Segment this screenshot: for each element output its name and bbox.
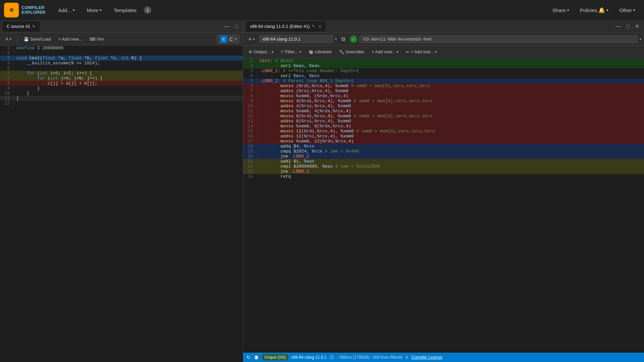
- compiler-dropdown-arrow[interactable]: ▾: [335, 37, 337, 41]
- overrides-button[interactable]: 🔧 Overrides: [336, 48, 367, 56]
- asm-line-9: 9 movss 4(%rdi,%rcx,4), %xmm0 # xmm0 = m…: [243, 99, 644, 104]
- asm-line-8: 8 movss %xmm0, (%rdx,%rcx,4): [243, 94, 644, 99]
- asm-add-arrow: ▾: [397, 50, 398, 54]
- tool-arrow-icon: ▾: [435, 50, 437, 54]
- vim-button[interactable]: ⌨ Vim: [87, 35, 107, 43]
- more-button[interactable]: More ▾: [82, 5, 106, 15]
- source-line-11: 11 }: [0, 96, 243, 101]
- svg-text:⚙: ⚙: [9, 7, 14, 13]
- policies-arrow-icon: ▾: [606, 8, 608, 12]
- source-code-area[interactable]: 1 #define I 20000000 2 3 void test(float…: [0, 46, 243, 362]
- refresh-icon: ↻: [247, 355, 251, 360]
- asm-tab-title: x86-64 clang 11.0.1 (Editor #1): [250, 24, 310, 29]
- tab-edit-icon[interactable]: ✎: [312, 24, 315, 28]
- output-label[interactable]: Output (0/0): [262, 354, 288, 360]
- source-line-4: 4 __builtin_assume(N == 1024);: [0, 61, 243, 66]
- compiler-license-link[interactable]: Compiler License: [411, 355, 442, 360]
- asm-line-17: 17 movss %xmm0, 12(%rdx,%rcx,4): [243, 139, 644, 144]
- filter-button[interactable]: ▽ Filter... ▾: [278, 48, 304, 56]
- asm-line-14: 14 movss %xmm0, 8(%rdx,%rcx,4): [243, 124, 644, 129]
- asm-line-19: 19 cmpq $1024, %rcx # imm = 0x400: [243, 149, 644, 154]
- asm-line-11: 11 movss %xmm0, 4(%rdx,%rcx,4): [243, 109, 644, 114]
- minimize-button[interactable]: —: [222, 23, 231, 30]
- asm-line-7: 7 addss (%rsi,%rcx,4), %xmm0: [243, 88, 644, 94]
- font-arrow-icon: ▾: [10, 37, 11, 41]
- add-new-button[interactable]: + Add new...: [56, 35, 85, 43]
- asm-line-15: 15 movss 12(%rdi,%rcx,4), %xmm0 # xmm0 =…: [243, 129, 644, 134]
- asm-line-10: 10 addss 4(%rsi,%rcx,4), %xmm0: [243, 104, 644, 109]
- asm-line-23: 23 jne .LBB0_1: [243, 169, 644, 174]
- source-line-7: 7 for (int j=0; j<N; j++) {: [0, 76, 243, 81]
- add-button[interactable]: Add... ▾: [54, 5, 79, 15]
- asm-line-6: 6 movss (%rdi,%rcx,4), %xmm0 # xmm0 = me…: [243, 83, 644, 88]
- asm-bottom-bar: ↻ 📋 Output (0/0) x86-64 clang 11.0.1 ⓘ -…: [243, 353, 644, 362]
- asm-line-3: 3 .LBB0_1: # =>This Loop Header: Depth=1: [243, 68, 644, 73]
- refresh-button[interactable]: ↻: [247, 355, 251, 360]
- filter-arrow-icon: ▾: [300, 50, 301, 54]
- edit-icon[interactable]: ✎: [32, 24, 36, 29]
- toolbar-sep-1: [17, 36, 18, 43]
- main-area: C source #1 ✎ — □ A ▾ 💾 Save/Load + Add …: [0, 20, 644, 362]
- source-toolbar: A ▾ 💾 Save/Load + Add new... ⌨ Vim C C ▾: [0, 33, 243, 46]
- asm-maximize-button[interactable]: □: [624, 23, 632, 30]
- asm-close-button[interactable]: ✕: [633, 22, 641, 30]
- output-arrow-icon: ▾: [272, 50, 273, 54]
- asm-line-24: 24 retq: [243, 174, 644, 179]
- share-button[interactable]: Share ▾: [548, 5, 574, 15]
- save-load-button[interactable]: 💾 Save/Load: [21, 35, 54, 43]
- maximize-button[interactable]: □: [233, 23, 240, 30]
- asm-line-20: 20 jne .LBB0_2: [243, 154, 644, 159]
- wrench-icon: 🔧: [339, 50, 344, 54]
- flags-dropdown-arrow[interactable]: ▾: [640, 37, 641, 41]
- logo-area: ⚙ COMPILER EXPLORER: [4, 3, 46, 17]
- share-arrow-icon: ▾: [567, 8, 569, 12]
- add-tool-button[interactable]: ✏ + Add tool... ▾: [403, 48, 439, 56]
- external-link-icon: ⧉: [341, 36, 345, 42]
- policies-button[interactable]: Policies 🔔 ▾: [575, 5, 613, 15]
- other-button[interactable]: Other ▾: [614, 5, 640, 15]
- info-bottom-icon[interactable]: ⓘ: [330, 355, 334, 360]
- font-size-button[interactable]: A ▾: [3, 35, 14, 43]
- compiler-selector-input[interactable]: [259, 35, 333, 43]
- info-icon[interactable]: ℹ: [144, 6, 151, 14]
- settings-icon: ⚙: [249, 50, 252, 54]
- libraries-button[interactable]: 📚 Libraries: [306, 48, 334, 56]
- source-code-table: 1 #define I 20000000 2 3 void test(float…: [0, 46, 243, 106]
- asm-line-18: 18 addq $4, %rcx: [243, 144, 644, 149]
- nav-right: Share ▾ Policies 🔔 ▾ Other ▾: [548, 5, 640, 15]
- asm-line-4: 4 xorl %ecx, %ecx: [243, 73, 644, 78]
- tab-close-icon[interactable]: ✕: [318, 24, 322, 29]
- asm-tab[interactable]: x86-64 clang 11.0.1 (Editor #1) ✎ ✕: [246, 21, 326, 32]
- asm-font-button[interactable]: A ▾: [246, 35, 257, 43]
- asm-line-5: 5 .LBB0_2: # Parent Loop BB0_1 Depth=1: [243, 78, 644, 83]
- source-tab[interactable]: C source #1 ✎: [3, 21, 40, 32]
- compile-status-ok: ✓: [350, 36, 357, 43]
- asm-tab-bar: x86-64 clang 11.0.1 (Editor #1) ✎ ✕ — □ …: [243, 20, 644, 33]
- top-nav: ⚙ COMPILER EXPLORER Add... ▾ More ▾ Temp…: [0, 0, 644, 20]
- logo-text: COMPILER EXPLORER: [21, 5, 46, 15]
- source-panel: C source #1 ✎ — □ A ▾ 💾 Save/Load + Add …: [0, 20, 243, 362]
- asm-line-13: 13 addss 8(%rsi,%rcx,4), %xmm0: [243, 119, 644, 124]
- asm-code-area[interactable]: 1 test: # @test 2 xorl %eax, %eax 3 .LBB…: [243, 58, 644, 353]
- lang-selector[interactable]: C C ▾: [217, 35, 240, 44]
- logo-icon[interactable]: ⚙: [4, 3, 19, 17]
- c-lang-icon: C: [220, 36, 227, 43]
- open-new-window-button[interactable]: ⧉: [339, 35, 348, 44]
- source-line-5: 5: [0, 66, 243, 71]
- asm-panel: x86-64 clang 11.0.1 (Editor #1) ✎ ✕ — □ …: [243, 20, 644, 362]
- lang-arrow-icon: ▾: [235, 37, 237, 41]
- compiler-flags-input[interactable]: [359, 36, 638, 43]
- logo-line2: EXPLORER: [21, 10, 46, 15]
- source-line-10: 10 }: [0, 91, 243, 96]
- templates-button[interactable]: Templates: [109, 5, 141, 15]
- vim-icon: ⌨: [90, 37, 95, 42]
- logo-line1: COMPILER: [21, 5, 46, 10]
- asm-minimize-button[interactable]: —: [613, 23, 623, 30]
- source-line-12: 12: [0, 101, 243, 106]
- asm-line-12: 12 movss 8(%rdi,%rcx,4), %xmm0 # xmm0 = …: [243, 114, 644, 119]
- asm-font-arrow: ▾: [253, 37, 255, 41]
- asm-line-21: 21 addl $1, %eax: [243, 159, 644, 164]
- output-button[interactable]: ⚙ Output... ▾: [246, 48, 276, 56]
- asm-line-1: 1 test: # @test: [243, 58, 644, 63]
- asm-add-new-button[interactable]: + Add new... ▾: [369, 48, 401, 56]
